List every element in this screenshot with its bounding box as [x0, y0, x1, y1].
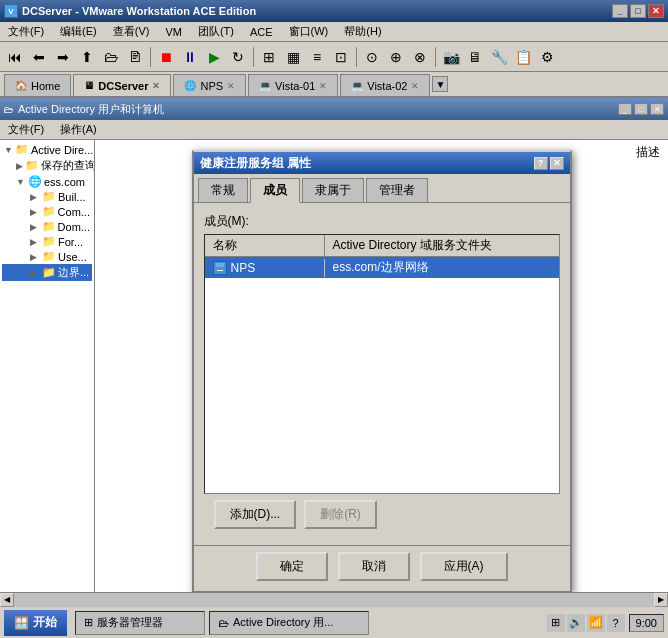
dialog-tab-member-of[interactable]: 隶属于 [302, 178, 364, 202]
tree-item-ess[interactable]: ▼ 🌐 ess.com [2, 174, 92, 189]
tree-item-8-label: 边界... [58, 265, 89, 280]
tab-dcserver[interactable]: 🖥 DCServer ✕ [73, 74, 171, 96]
ok-button[interactable]: 确定 [256, 552, 328, 581]
minimize-button[interactable]: _ [612, 4, 628, 18]
tree-item-1-label: 保存的查询 [41, 158, 95, 173]
menu-edit[interactable]: 编辑(E) [56, 22, 101, 41]
toolbar-btn-refresh[interactable]: ↻ [227, 46, 249, 68]
tabs-bar: 🏠 Home 🖥 DCServer ✕ 🌐 NPS ✕ 💻 Vista-01 ✕… [0, 72, 668, 98]
remove-button[interactable]: 删除(R) [304, 500, 377, 529]
tab-vista02[interactable]: 💻 Vista-02 ✕ [340, 74, 430, 96]
tab-nps-close[interactable]: ✕ [227, 81, 235, 91]
toolbar-btn-2[interactable]: ⬅ [28, 46, 50, 68]
members-label: 成员(M): [204, 213, 560, 230]
toolbar-btn-extra1[interactable]: ⊙ [361, 46, 383, 68]
inner-window-title-bar: 🗁 Active Directory 用户和计算机 _ □ ✕ [0, 98, 668, 120]
maximize-button[interactable]: □ [630, 4, 646, 18]
toolbar-btn-snap2[interactable]: 🖥 [464, 46, 486, 68]
tree-item-com[interactable]: ▶ 📁 Com... [2, 204, 92, 219]
toolbar-separator-1 [150, 47, 151, 67]
toolbar-btn-view4[interactable]: ⊡ [330, 46, 352, 68]
tray-icon-1[interactable]: ⊞ [547, 614, 565, 632]
toolbar-btn-extra3[interactable]: ⊗ [409, 46, 431, 68]
taskbar-item-server-manager[interactable]: ⊞ 服务器管理器 [75, 611, 205, 635]
toolbar-btn-pause[interactable]: ⏸ [179, 46, 201, 68]
toolbar-btn-snap5[interactable]: ⚙ [536, 46, 558, 68]
start-button[interactable]: 🪟 开始 [4, 610, 67, 636]
tree-item-dom[interactable]: ▶ 📁 Dom... [2, 219, 92, 234]
tree-item-use[interactable]: ▶ 📁 Use... [2, 249, 92, 264]
menu-help[interactable]: 帮助(H) [340, 22, 385, 41]
tree-item-4-label: Com... [58, 206, 90, 218]
tree-item-saved[interactable]: ▶ 📁 保存的查询 [2, 157, 92, 174]
toolbar-btn-view1[interactable]: ⊞ [258, 46, 280, 68]
folder-icon-2: 🌐 [28, 175, 42, 188]
close-button[interactable]: ✕ [648, 4, 664, 18]
inner-close[interactable]: ✕ [650, 103, 664, 115]
tab-vista02-close[interactable]: ✕ [411, 81, 419, 91]
tab-home[interactable]: 🏠 Home [4, 74, 71, 96]
toolbar-btn-6[interactable]: 🖹 [124, 46, 146, 68]
tree-item-for[interactable]: ▶ 📁 For... [2, 234, 92, 249]
inner-maximize[interactable]: □ [634, 103, 648, 115]
inner-menu-file[interactable]: 文件(F) [4, 120, 48, 139]
toolbar-btn-snap1[interactable]: 📷 [440, 46, 462, 68]
tray-icon-3[interactable]: 📶 [587, 614, 605, 632]
toolbar-btn-snap3[interactable]: 🔧 [488, 46, 510, 68]
pane-layout: ▼ 📁 Active Dire... ▶ 📁 保存的查询 ▼ 🌐 ess.com… [0, 140, 668, 592]
server-manager-icon: ⊞ [84, 616, 93, 629]
toolbar-btn-extra2[interactable]: ⊕ [385, 46, 407, 68]
clock: 9:00 [629, 614, 664, 632]
status-right: ⊞ 🔊 📶 ? 9:00 [547, 614, 664, 632]
toolbar-btn-5[interactable]: 🗁 [100, 46, 122, 68]
tab-vista01-close[interactable]: ✕ [319, 81, 327, 91]
cancel-button[interactable]: 取消 [338, 552, 410, 581]
toolbar-btn-play[interactable]: ▶ [203, 46, 225, 68]
members-list: 名称 Active Directory 域服务文件夹 [204, 234, 560, 494]
menu-team[interactable]: 团队(T) [194, 22, 238, 41]
dialog-tab-manager[interactable]: 管理者 [366, 178, 428, 202]
toolbar-btn-view3[interactable]: ≡ [306, 46, 328, 68]
tree-item-border[interactable]: ▶ 📁 边界... [2, 264, 92, 281]
menu-ace[interactable]: ACE [246, 24, 277, 40]
tree-item-buil[interactable]: ▶ 📁 Buil... [2, 189, 92, 204]
dialog-close-button[interactable]: ✕ [550, 157, 564, 170]
folder-icon-6: 📁 [42, 235, 56, 248]
tray-icon-2[interactable]: 🔊 [567, 614, 585, 632]
dialog-title-text: 健康注册服务组 属性 [200, 155, 311, 172]
col-header-path: Active Directory 域服务文件夹 [325, 235, 559, 256]
dialog-help-button[interactable]: ? [534, 157, 548, 170]
menu-windows[interactable]: 窗口(W) [285, 22, 333, 41]
toolbar-btn-3[interactable]: ➡ [52, 46, 74, 68]
tab-nps[interactable]: 🌐 NPS ✕ [173, 74, 246, 96]
col-header-name: 名称 [205, 235, 325, 256]
list-row-nps[interactable]: NPS ess.com/边界网络 [205, 257, 559, 278]
apply-button[interactable]: 应用(A) [420, 552, 508, 581]
tab-add-button[interactable]: ▼ [432, 76, 448, 92]
horizontal-scrollbar[interactable]: ◀ ▶ [0, 592, 668, 606]
expand-icon-1: ▶ [16, 161, 23, 171]
tray-help[interactable]: ? [607, 614, 625, 632]
dialog-tabs: 常规 成员 隶属于 管理者 [194, 174, 570, 203]
tab-vista01[interactable]: 💻 Vista-01 ✕ [248, 74, 338, 96]
scroll-right-arrow[interactable]: ▶ [654, 593, 668, 607]
toolbar-btn-4[interactable]: ⬆ [76, 46, 98, 68]
inner-minimize[interactable]: _ [618, 103, 632, 115]
dialog-tab-members[interactable]: 成员 [250, 178, 300, 203]
taskbar-item-active-directory[interactable]: 🗁 Active Directory 用... [209, 611, 369, 635]
dialog-tab-general[interactable]: 常规 [198, 178, 248, 202]
tree-item-active-directory[interactable]: ▼ 📁 Active Dire... [2, 142, 92, 157]
tab-dcserver-close[interactable]: ✕ [152, 81, 160, 91]
toolbar-btn-view2[interactable]: ▦ [282, 46, 304, 68]
folder-icon-7: 📁 [42, 250, 56, 263]
menu-vm[interactable]: VM [161, 24, 186, 40]
toolbar-btn-1[interactable]: ⏮ [4, 46, 26, 68]
add-button[interactable]: 添加(D)... [214, 500, 297, 529]
scroll-left-arrow[interactable]: ◀ [0, 593, 14, 607]
toolbar-btn-snap4[interactable]: 📋 [512, 46, 534, 68]
menu-file[interactable]: 文件(F) [4, 22, 48, 41]
menu-view[interactable]: 查看(V) [109, 22, 154, 41]
list-header: 名称 Active Directory 域服务文件夹 [205, 235, 559, 257]
toolbar-btn-red[interactable]: ⏹ [155, 46, 177, 68]
inner-menu-action[interactable]: 操作(A) [56, 120, 101, 139]
